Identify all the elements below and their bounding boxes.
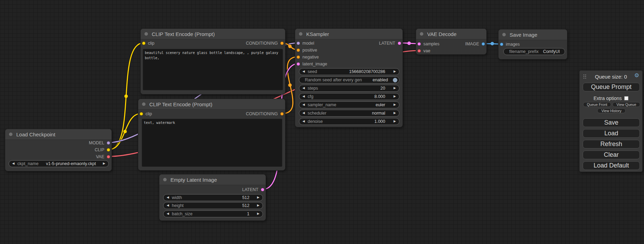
images-input-port[interactable] (500, 43, 503, 46)
conditioning-output-port[interactable] (280, 112, 284, 116)
comfyui-canvas[interactable]: { "icons": {"left_arrow":"◀","right_arro… (0, 0, 644, 244)
increment-arrow-icon[interactable]: ▶ (257, 196, 259, 199)
queue-front-button[interactable]: Queue Front (583, 102, 611, 107)
increment-arrow-icon[interactable]: ▶ (394, 103, 396, 106)
refresh-button[interactable]: Refresh (583, 140, 640, 148)
extra-options-row: Extra options (580, 96, 642, 101)
node-clip-text-encode-positive[interactable]: CLIP Text Encode (Prompt) clip CONDITION… (140, 28, 285, 94)
node-title-bar[interactable]: Empty Latent Image (159, 174, 266, 185)
clear-button[interactable]: Clear (583, 151, 640, 159)
node-title-bar[interactable]: CLIP Text Encode (Prompt) (138, 99, 285, 110)
widget-denoise[interactable]: ◀ denoise 1.000 ▶ (299, 118, 399, 125)
collapse-dot-icon[interactable] (142, 102, 145, 106)
toggle-knob-icon[interactable] (393, 78, 397, 82)
image-output-port[interactable] (482, 42, 485, 46)
collapse-dot-icon[interactable] (420, 32, 423, 36)
widget-height[interactable]: ◀ height 512 ▶ (163, 202, 263, 209)
output-label: IMAGE (465, 42, 479, 46)
conditioning-output-port[interactable] (280, 42, 284, 45)
model-output-port[interactable] (107, 141, 110, 145)
output-label: LATENT (379, 41, 395, 46)
node-ksampler[interactable]: KSampler model LATENT positive negative … (295, 28, 403, 127)
negative-prompt-textarea[interactable]: text, watermark (142, 119, 282, 167)
node-title-bar[interactable]: Save Image (499, 29, 567, 40)
decrement-arrow-icon[interactable]: ◀ (167, 196, 169, 199)
collapse-dot-icon[interactable] (144, 32, 148, 36)
latent-output-port[interactable] (398, 42, 401, 45)
positive-input-port[interactable] (297, 48, 300, 52)
increment-arrow-icon[interactable]: ▶ (394, 119, 396, 123)
increment-arrow-icon[interactable]: ▶ (394, 86, 396, 90)
collapse-dot-icon[interactable] (163, 178, 167, 181)
decrement-arrow-icon[interactable]: ◀ (302, 119, 305, 123)
widget-scheduler[interactable]: ◀ scheduler normal ▶ (299, 110, 399, 117)
widget-seed[interactable]: ◀ seed 156680208700286 ▶ (299, 68, 399, 75)
node-empty-latent-image[interactable]: Empty Latent Image LATENT ◀ width 512 ▶ … (159, 174, 266, 221)
node-clip-text-encode-negative[interactable]: CLIP Text Encode (Prompt) clip CONDITION… (138, 99, 285, 171)
widget-cfg[interactable]: ◀ cfg 8.000 ▶ (299, 93, 399, 100)
node-title: CLIP Text Encode (Prompt) (149, 101, 212, 107)
widget-batch-size[interactable]: ◀ batch_size 1 ▶ (163, 210, 263, 217)
latent-image-input-port[interactable] (297, 62, 300, 66)
widget-random-seed-toggle[interactable]: Random seed after every gen enabled (299, 76, 399, 83)
model-input-port[interactable] (297, 42, 300, 45)
output-slot-vae: VAE (5, 153, 112, 160)
extra-options-label: Extra options (593, 96, 622, 101)
widget-ckpt-name[interactable]: ◀ ckpt_name v1-5-pruned-emaonly.ckpt ▶ (9, 160, 109, 167)
increment-arrow-icon[interactable]: ▶ (394, 94, 396, 98)
widget-filename-prefix[interactable]: filename_prefix ComfyUI (503, 48, 565, 55)
io-slot-row: clip CONDITIONING (141, 40, 285, 47)
widget-steps[interactable]: ◀ steps 20 ▶ (299, 85, 399, 92)
save-button[interactable]: Save (583, 118, 640, 127)
increment-arrow-icon[interactable]: ▶ (394, 70, 396, 73)
node-save-image[interactable]: Save Image images filename_prefix ComfyU… (498, 29, 567, 60)
view-history-button[interactable]: View History (597, 108, 626, 113)
samples-input-port[interactable] (417, 42, 421, 46)
decrement-arrow-icon[interactable]: ◀ (302, 94, 305, 98)
positive-prompt-textarea[interactable]: beautiful scenery nature glass bottle la… (143, 49, 283, 90)
load-default-button[interactable]: Load Default (583, 161, 640, 170)
widget-label: cfg (308, 94, 314, 99)
node-title-bar[interactable]: CLIP Text Encode (Prompt) (141, 29, 285, 39)
output-slot-clip: CLIP (5, 146, 112, 153)
view-queue-button[interactable]: View Queue (612, 102, 640, 107)
negative-input-port[interactable] (297, 55, 300, 59)
load-button[interactable]: Load (583, 129, 640, 138)
vae-input-port[interactable] (417, 49, 421, 53)
queue-control-panel[interactable]: Queue size: 0 ⚙ Queue Prompt Extra optio… (579, 70, 643, 172)
extra-options-checkbox[interactable] (624, 96, 628, 100)
decrement-arrow-icon[interactable]: ◀ (302, 111, 305, 115)
collapse-dot-icon[interactable] (299, 32, 302, 36)
node-load-checkpoint[interactable]: Load Checkpoint MODEL CLIP VAE ◀ ckpt_na… (5, 129, 112, 171)
clip-input-port[interactable] (142, 42, 145, 45)
decrement-arrow-icon[interactable]: ◀ (12, 162, 15, 165)
increment-arrow-icon[interactable]: ▶ (394, 111, 396, 115)
node-vae-decode[interactable]: VAE Decode samples IMAGE vae (416, 28, 487, 55)
collapse-dot-icon[interactable] (9, 133, 12, 136)
input-label: latent_image (302, 62, 327, 66)
queue-prompt-button[interactable]: Queue Prompt (583, 83, 640, 91)
decrement-arrow-icon[interactable]: ◀ (167, 204, 169, 207)
node-title-bar[interactable]: VAE Decode (416, 29, 486, 39)
increment-arrow-icon[interactable]: ▶ (103, 162, 105, 165)
decrement-arrow-icon[interactable]: ◀ (167, 212, 169, 215)
clip-output-port[interactable] (107, 148, 110, 152)
widget-width[interactable]: ◀ width 512 ▶ (163, 194, 263, 201)
decrement-arrow-icon[interactable]: ◀ (302, 103, 305, 106)
widget-sampler-name[interactable]: ◀ sampler_name euler ▶ (299, 101, 399, 108)
input-label: clip (148, 41, 155, 46)
node-title-bar[interactable]: Load Checkpoint (5, 129, 112, 140)
node-title-bar[interactable]: KSampler (295, 29, 403, 39)
increment-arrow-icon[interactable]: ▶ (257, 212, 259, 215)
vae-output-port[interactable] (107, 155, 110, 159)
wire-dot (123, 130, 127, 133)
clip-input-port[interactable] (140, 112, 143, 116)
widget-value: euler (376, 102, 385, 107)
decrement-arrow-icon[interactable]: ◀ (302, 86, 305, 90)
collapse-dot-icon[interactable] (502, 33, 506, 36)
increment-arrow-icon[interactable]: ▶ (257, 204, 259, 207)
latent-output-port[interactable] (261, 188, 264, 191)
settings-gear-icon[interactable]: ⚙ (634, 73, 639, 78)
widget-label: filename_prefix (509, 49, 539, 54)
decrement-arrow-icon[interactable]: ◀ (302, 70, 305, 73)
